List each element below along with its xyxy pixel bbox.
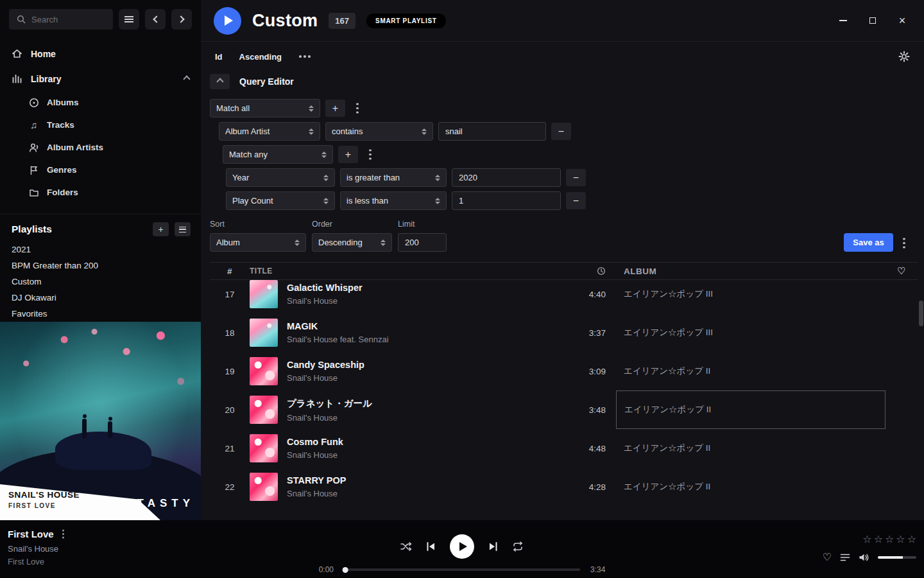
more-options-icon[interactable] [304, 55, 306, 58]
add-playlist-button[interactable]: + [153, 222, 169, 236]
rule-operator-select[interactable]: is greater than [340, 168, 447, 187]
rule-field-select[interactable]: Year [226, 168, 335, 187]
scrollbar[interactable] [919, 280, 924, 520]
track-artist: Snail's House [287, 489, 346, 498]
title-column-header[interactable]: TITLE [250, 267, 561, 276]
sidebar-item-album-artists[interactable]: Album Artists [0, 136, 201, 159]
remove-rule-button[interactable]: − [566, 169, 586, 186]
sidebar-item-genres[interactable]: Genres [0, 159, 201, 181]
play-playlist-button[interactable] [214, 7, 241, 35]
search-input[interactable] [31, 15, 102, 24]
collapse-library-icon[interactable] [183, 75, 190, 82]
save-menu-button[interactable] [897, 234, 911, 252]
search-input-wrapper[interactable] [9, 9, 113, 30]
match-mode-select[interactable]: Match all [210, 99, 320, 118]
select-arrows-icon [435, 198, 440, 204]
track-album-focused-cell[interactable]: エイリアン☆ポップ II [616, 390, 886, 429]
rule-value-input[interactable] [452, 168, 561, 187]
table-row[interactable]: 19 Candy SpaceshipSnail's House 3:09 エイリ… [210, 352, 918, 390]
rule-value-input[interactable] [452, 191, 561, 210]
sidebar-item-library[interactable]: Library [0, 66, 201, 91]
previous-button[interactable] [426, 542, 436, 551]
sidebar-item-tracks[interactable]: ♫ Tracks [0, 114, 201, 136]
close-button[interactable]: × [897, 15, 907, 26]
playlist-item[interactable]: DJ Okawari [0, 290, 201, 306]
nav-forward-button[interactable] [171, 9, 192, 30]
sort-direction-button[interactable]: Ascending [239, 52, 282, 62]
sidebar-item-folders[interactable]: Folders [0, 181, 201, 204]
query-editor-header: Query Editor [210, 74, 911, 89]
track-artist: Snail's House [287, 413, 372, 423]
star-icon[interactable]: ☆ [874, 533, 883, 545]
rule-operator-select[interactable]: contains [325, 122, 433, 141]
track-duration: 4:40 [561, 290, 616, 299]
remove-rule-button[interactable]: − [566, 192, 586, 209]
star-icon[interactable]: ☆ [885, 533, 894, 545]
table-row[interactable]: 18 MAGIKSnail's House feat. Sennzai 3:37… [210, 313, 918, 352]
sort-group: Sort Album [210, 220, 306, 252]
track-thumbnail [250, 357, 278, 385]
table-row[interactable]: 21 Cosmo FunkSnail's House 4:48 エイリアン☆ポッ… [210, 429, 918, 468]
add-rule-button[interactable]: + [338, 146, 358, 163]
rule-group-menu-button[interactable] [363, 146, 377, 163]
star-icon[interactable]: ☆ [862, 533, 871, 545]
save-as-button[interactable]: Save as [844, 233, 893, 252]
scrollbar-thumb[interactable] [919, 301, 923, 326]
number-column-header[interactable]: # [210, 267, 250, 276]
track-title: プラネット・ガール [287, 398, 372, 410]
volume-icon[interactable] [859, 553, 869, 562]
table-row[interactable]: 20 プラネット・ガールSnail's House 3:48 エイリアン☆ポップ… [210, 390, 918, 429]
playlists-header: Playlists + [0, 222, 201, 241]
star-icon[interactable]: ☆ [907, 533, 916, 545]
track-artist: Snail's House [287, 450, 343, 460]
playlist-item[interactable]: Custom [0, 274, 201, 290]
shuffle-button[interactable] [400, 541, 412, 552]
select-arrows-icon [381, 240, 386, 246]
playlist-view-button[interactable] [175, 222, 191, 236]
playlist-item[interactable]: Favorites [0, 306, 201, 322]
sort-field-button[interactable]: Id [215, 52, 223, 62]
playlist-item[interactable]: 2021 [0, 241, 201, 258]
favorite-column-header[interactable]: ♡ [886, 265, 918, 277]
table-row[interactable]: 17 Galactic WhisperSnail's House 4:40 エイ… [210, 275, 918, 313]
playlist-item[interactable]: BPM Greater than 200 [0, 258, 201, 274]
sidebar-item-home[interactable]: Home [0, 41, 201, 66]
select-arrows-icon [309, 105, 314, 112]
order-select[interactable]: Descending [312, 233, 392, 252]
rule-operator-select[interactable]: is less than [340, 191, 447, 210]
duration-column-header[interactable] [561, 267, 616, 276]
seek-handle[interactable] [343, 567, 348, 573]
rule-field-select[interactable]: Album Artist [219, 122, 320, 141]
queue-button[interactable] [840, 553, 850, 562]
rule-group-menu-button[interactable] [350, 100, 364, 117]
play-pause-button[interactable] [450, 534, 474, 559]
album-column-header[interactable]: ALBUM [616, 263, 886, 279]
limit-input[interactable] [398, 233, 447, 252]
rule-value-input[interactable] [438, 122, 546, 141]
menu-button[interactable] [119, 9, 139, 30]
star-icon[interactable]: ☆ [896, 533, 905, 545]
album-artists-icon [28, 142, 39, 153]
sort-select[interactable]: Album [210, 233, 306, 252]
nav-back-button[interactable] [145, 9, 166, 30]
collapse-query-editor-button[interactable] [210, 74, 230, 89]
favorite-button[interactable]: ♡ [823, 551, 832, 563]
sidebar-item-albums[interactable]: Albums [0, 91, 201, 114]
group-match-mode-select[interactable]: Match any [223, 145, 333, 164]
albums-icon [28, 97, 39, 108]
track-album: エイリアン☆ポップ II [616, 468, 886, 506]
add-rule-button[interactable]: + [325, 100, 345, 117]
select-arrows-icon [321, 152, 327, 158]
rule-field-select[interactable]: Play Count [226, 191, 335, 210]
repeat-button[interactable] [512, 541, 524, 552]
remove-rule-button[interactable]: − [551, 123, 571, 140]
seek-bar[interactable] [343, 568, 581, 571]
next-button[interactable] [488, 542, 498, 551]
table-row[interactable]: 22 STARRY POPSnail's House 4:28 エイリアン☆ポッ… [210, 468, 918, 506]
maximize-button[interactable] [868, 15, 878, 26]
track-menu-button[interactable] [62, 533, 64, 535]
volume-slider[interactable] [878, 556, 916, 559]
minimize-button[interactable] [838, 15, 848, 26]
settings-gear-icon[interactable] [898, 51, 910, 62]
now-playing-album-art[interactable]: SNAIL'S HOUSE FIRST LOVE TASTY [0, 322, 201, 520]
